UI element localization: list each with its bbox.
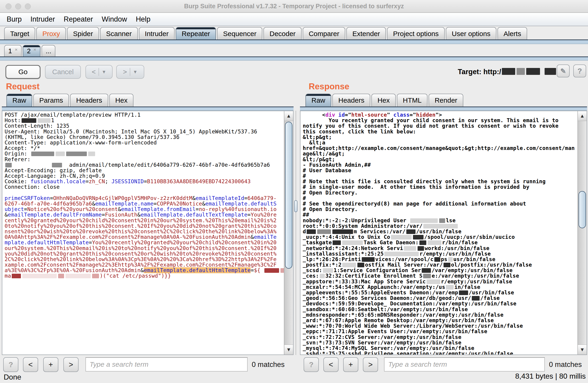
text-segment: _appleevents:*:55:55:AppleEvents Daemon:… — [303, 290, 458, 296]
code-line: Cookie: fusionauth.locale=zh_CN; JSESSIO… — [5, 179, 282, 184]
request-view-tab-params[interactable]: Params — [33, 94, 69, 106]
request-view-tab-headers[interactable]: Headers — [70, 94, 108, 106]
request-tab-band — [2, 106, 294, 111]
scroll-down-icon[interactable]: ▼ — [284, 345, 293, 355]
text-segment: _svn:*:73:73:SVN Server:/var/empty:/usr/… — [303, 340, 462, 345]
tab-intruder[interactable]: Intruder — [139, 27, 175, 40]
tab-project-options[interactable]: Project options — [387, 27, 444, 40]
tab-label: Render — [435, 97, 457, 104]
text-segment: & — [141, 267, 144, 273]
request-editor-tab-bar: RawParamsHeadersHex — [6, 94, 135, 106]
text-segment: href=&quot;http://example.com/consent/ma… — [303, 145, 575, 151]
target-url-label: Target: http:/ — [458, 67, 568, 76]
request-search-next-button[interactable]: > — [63, 357, 79, 372]
text-segment: # in single-user mode. At other times th… — [303, 184, 529, 190]
zoom-window-icon[interactable] — [25, 3, 31, 9]
response-scrollbar-thumb[interactable] — [579, 191, 586, 228]
request-search-add-button[interactable]: + — [43, 357, 58, 372]
repeater-tab-1[interactable]: 1× — [4, 45, 21, 57]
tab-sequencer[interactable]: Sequencer — [217, 27, 262, 40]
response-view-tab-render[interactable]: Render — [429, 94, 463, 106]
text-segment: workd:/usr/bin/false — [425, 245, 489, 251]
tab-decoder[interactable]: Decoder — [263, 27, 301, 40]
tab-repeater[interactable]: Repeater — [176, 27, 216, 40]
code-line: ma)("cat /etc/passwd")}} — [5, 273, 282, 279]
forward-arrow-icon: > — [123, 68, 127, 76]
minimize-window-icon[interactable] — [15, 3, 21, 9]
tab-comparer[interactable]: Comparer — [303, 27, 345, 40]
text-segment: = — [102, 212, 105, 218]
request-editor[interactable]: POST /ajax/email/template/preview HTTP/1… — [2, 111, 294, 355]
code-line: _appstore:*:33:33:Mac App Store Servicr/… — [303, 279, 576, 284]
request-view-tab-hex[interactable]: Hex — [109, 94, 133, 106]
go-button[interactable]: Go — [5, 65, 41, 79]
text-segment: our%20system.%20This%20email%20is%20to%2… — [5, 245, 276, 251]
tab-user-options[interactable]: User options — [446, 27, 496, 40]
scroll-down-icon[interactable]: ▼ — [578, 345, 587, 355]
tab-label: Comparer — [309, 30, 339, 38]
code-line: age&lt;/a&gt; — [303, 151, 576, 156]
response-search-add-button[interactable]: + — [343, 357, 358, 372]
scroll-up-icon[interactable]: ▲ — [578, 111, 587, 121]
splitter-handle[interactable] — [294, 200, 297, 212]
request-search-input[interactable] — [85, 357, 248, 372]
scroll-up-icon[interactable]: ▲ — [284, 111, 293, 121]
text-segment: Host: — [5, 117, 21, 123]
request-search-prev-button[interactable]: < — [23, 357, 38, 372]
text-segment: primeCSRFToken — [5, 195, 50, 201]
response-editor[interactable]: <div id="html-source" class="hidden"> Yo… — [300, 111, 587, 355]
text-segment: d — [303, 228, 306, 234]
edit-target-button[interactable]: ✎ — [557, 64, 570, 77]
text-segment: ma — [5, 273, 11, 279]
prev-request-button[interactable]: <▼ — [85, 65, 113, 79]
help-button[interactable]: ? — [573, 64, 586, 77]
text-segment: r/empty:/usr/bin/false — [420, 251, 491, 257]
tab-spider[interactable]: Spider — [67, 27, 99, 40]
code-line: xample.com%2Fconsent%2Fmanage%22%3Ehttp%… — [5, 262, 282, 267]
response-view-tab-hex[interactable]: Hex — [371, 94, 396, 106]
text-segment: hidden — [416, 112, 436, 118]
repeater-tab-[interactable]: ... — [42, 45, 55, 57]
request-view-tab-raw[interactable]: Raw — [6, 94, 32, 106]
menu-window[interactable]: Window — [97, 15, 131, 23]
chevron-down-icon[interactable]: ▼ — [133, 69, 138, 75]
response-view-tab-headers[interactable]: Headers — [332, 94, 370, 106]
response-search-help-button[interactable]: ? — [304, 357, 319, 372]
redaction-block — [448, 257, 453, 262]
tab-target[interactable]: Target — [4, 27, 35, 40]
cancel-button[interactable]: Cancel — [45, 65, 81, 79]
request-scrollbar-thumb[interactable] — [285, 122, 292, 269]
response-scrollbar[interactable]: ▲ ▼ — [577, 111, 587, 355]
tab-alerts[interactable]: Alerts — [498, 27, 527, 40]
tab-extender[interactable]: Extender — [346, 27, 386, 40]
request-scrollbar[interactable]: ▲ ▼ — [284, 111, 293, 355]
question-mark-icon: ? — [309, 361, 314, 369]
panel-splitter[interactable] — [295, 111, 296, 355]
tab-proxy[interactable]: Proxy — [36, 27, 66, 40]
menu-help[interactable]: Help — [131, 15, 155, 23]
next-request-button[interactable]: >▼ — [116, 65, 144, 79]
tab-scanner[interactable]: Scanner — [100, 27, 138, 40]
response-search-prev-button[interactable]: < — [323, 357, 338, 372]
response-search-input[interactable] — [384, 357, 545, 372]
request-match-count: 0 matches — [252, 361, 285, 369]
text-segment: Accept-Encoding: gzip, deflate — [5, 167, 102, 173]
response-view-tab-raw[interactable]: Raw — [305, 94, 331, 106]
response-view-tab-html[interactable]: HTML — [397, 94, 428, 106]
menu-repeater[interactable]: Repeater — [59, 15, 97, 23]
chevron-down-icon[interactable]: ▼ — [102, 69, 106, 75]
menu-burp[interactable]: Burp — [2, 15, 26, 23]
close-icon[interactable]: × — [34, 47, 36, 52]
close-window-icon[interactable] — [5, 3, 11, 9]
burp-suite-window: { "colors":{"accent_orange":"#ee6b3e","p… — [0, 0, 588, 383]
repeater-tab-band — [0, 57, 588, 60]
repeater-tab-2[interactable]: 2× — [23, 45, 40, 57]
code-line: User-Agent: Mozilla/5.0 (Macintosh; Inte… — [5, 129, 282, 134]
text-segment: 32:32:Certificate Enrollment S — [325, 273, 423, 279]
text-segment: Accept-Language: zh-CN,zh;q=0.9 — [5, 173, 105, 179]
request-search-help-button[interactable]: ? — [3, 357, 18, 372]
response-search-next-button[interactable]: > — [363, 357, 378, 372]
close-icon[interactable]: × — [15, 47, 18, 52]
code-line: ## — [303, 212, 576, 218]
menu-intruder[interactable]: Intruder — [26, 15, 59, 23]
